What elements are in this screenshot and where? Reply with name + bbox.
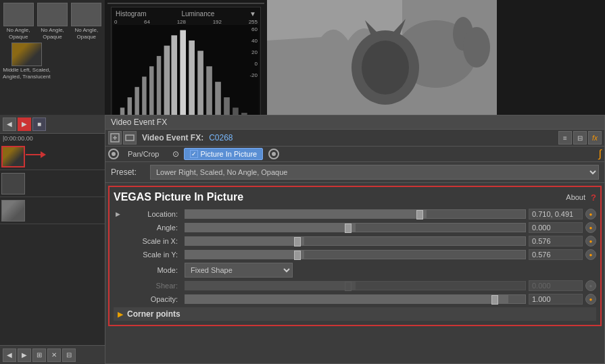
histogram-graph: 60 40 20 0 -20 <box>113 25 259 128</box>
mode-select[interactable]: Fixed Shape Free Shape Square <box>185 263 293 278</box>
radar-display <box>107 3 264 4</box>
bottom-btn-3[interactable]: ⊞ <box>32 348 46 362</box>
scaley-label: Scale in Y: <box>124 251 182 259</box>
top-thumb-row: No Angle, Opaque No Angle, Opaque No Ang… <box>3 3 102 40</box>
track-thumb-2 <box>1 173 25 194</box>
track-item-2[interactable] <box>0 170 105 197</box>
opacity-reset[interactable]: ● <box>585 294 596 305</box>
thumb-label-2: No Angle, Opaque <box>37 27 68 40</box>
histogram-header: Histogram Luminance ▼ <box>113 9 259 19</box>
tab-separator: ⊙ <box>170 149 181 159</box>
vefx-code: C0268 <box>209 133 233 142</box>
bottom-btn-2[interactable]: ▶ <box>18 348 31 362</box>
timeline-btn-active[interactable]: ▶ <box>18 118 31 131</box>
track-thumb-1 <box>1 146 25 167</box>
help-button[interactable]: ? <box>591 192 596 203</box>
scaley-slider[interactable] <box>185 250 526 259</box>
histogram-area: Histogram Luminance ▼ 0 64 128 192 255 6… <box>111 7 261 130</box>
shear-value <box>529 280 583 291</box>
preset-row: Preset: Lower Right, Scaled, No Angle, O… <box>105 162 604 183</box>
param-row-shear: ▶ Shear: ● <box>114 280 596 291</box>
param-row-scaley: ▶ Scale in Y: ● <box>114 249 596 260</box>
param-row-location: ▶ Location: ● <box>114 209 596 219</box>
opacity-label: Opacity: <box>124 295 182 303</box>
center-panel: Histogram Luminance ▼ 0 64 128 192 255 6… <box>105 0 267 115</box>
tab-curve-icon[interactable]: ∫ <box>599 148 602 159</box>
bottom-toolbar: ◀ ▶ ⊞ ✕ ⊟ <box>0 345 105 364</box>
vefx-titlebar-text: Video Event FX <box>111 118 167 127</box>
tab-pip-check: ✓ <box>190 150 198 158</box>
svg-marker-32 <box>41 151 46 158</box>
tab-bar: Pan/Crop ⊙ ✓ Picture In Picture ∫ <box>105 147 604 162</box>
expand-location[interactable]: ▶ <box>114 210 122 218</box>
param-row-opacity: ▶ Opacity: ● <box>114 294 596 305</box>
opacity-slider[interactable] <box>185 294 526 304</box>
vefx-toolbar: Video Event FX: C0268 ≡ ⊟ fx <box>105 130 604 147</box>
svg-point-26 <box>463 27 490 68</box>
vefx-toolbar-title: Video Event FX: <box>142 133 203 142</box>
corner-arrow-icon: ▶ <box>118 310 123 319</box>
arrow-indicator <box>26 147 46 163</box>
histogram-title: Histogram <box>116 10 147 18</box>
histogram-dropdown-icon[interactable]: ▼ <box>249 10 256 18</box>
toolbar-right-icon-2[interactable]: ⊟ <box>573 131 587 145</box>
plugin-panel: VEGAS Picture In Picture About ? ▶ Locat… <box>108 186 602 326</box>
tab-right-space: ∫ <box>599 148 602 160</box>
cat-preview-image <box>267 0 497 115</box>
bottom-btn-1[interactable]: ◀ <box>3 348 16 362</box>
bottom-btn-5[interactable]: ⊟ <box>62 348 76 362</box>
toolbar-icon-1[interactable] <box>108 131 122 145</box>
scalex-slider[interactable] <box>185 236 526 246</box>
param-row-angle: ▶ Angle: ● <box>114 222 596 233</box>
tab-dot-left <box>108 149 119 159</box>
scalex-value[interactable] <box>529 236 583 246</box>
tab-dot-right <box>268 149 279 159</box>
toolbar-right-icons: ≡ ⊟ fx <box>558 131 602 145</box>
scalex-reset[interactable]: ● <box>585 236 596 246</box>
tab-pan-crop[interactable]: Pan/Crop <box>122 148 165 160</box>
angle-reset[interactable]: ● <box>585 222 596 233</box>
thumb-box-2 <box>37 3 68 26</box>
vefx-titlebar: Video Event FX <box>105 115 604 130</box>
location-reset[interactable]: ● <box>585 209 596 219</box>
corner-points-section[interactable]: ▶ Corner points <box>114 307 596 321</box>
plugin-header: VEGAS Picture In Picture About ? <box>114 191 596 203</box>
track-item-1[interactable] <box>0 143 105 170</box>
timeline-btn-3[interactable]: ■ <box>32 118 46 131</box>
preset-label: Preset: <box>111 167 145 177</box>
timeline-btn-1[interactable]: ◀ <box>3 118 16 131</box>
location-value[interactable] <box>529 209 583 219</box>
location-label: Location: <box>124 210 182 218</box>
opacity-value[interactable] <box>529 294 583 305</box>
toolbar-fx-icon[interactable]: fx <box>588 131 602 145</box>
left-thumbnail-panel: No Angle, Opaque No Angle, Opaque No Ang… <box>0 0 105 115</box>
toolbar-right-icon-1[interactable]: ≡ <box>558 131 572 145</box>
svg-rect-15 <box>180 30 186 128</box>
eye-thumb-box <box>11 43 42 66</box>
bottom-btn-4[interactable]: ✕ <box>47 348 61 362</box>
histogram-scale: 60 40 20 0 -20 <box>249 26 258 78</box>
right-preview <box>267 0 497 115</box>
left-timeline: ◀ ▶ ■ |0:00:00.00 ◀ ▶ ⊞ ✕ ⊟ <box>0 115 105 364</box>
track-item-3[interactable] <box>0 197 105 224</box>
tab-picture-in-picture[interactable]: ✓ Picture In Picture <box>184 148 263 160</box>
toolbar-icons <box>108 131 137 145</box>
tab-dot-inner <box>112 152 116 156</box>
about-button[interactable]: About <box>566 193 585 201</box>
location-slider[interactable] <box>185 209 526 219</box>
bottom-thumb-row: Middle Left, Scaled,Angled, Translucent <box>3 43 102 80</box>
vefx-window: Video Event FX Video Event FX: C0268 ≡ ⊟… <box>105 115 605 364</box>
scaley-value[interactable] <box>529 249 583 260</box>
param-row-scalex: ▶ Scale in X: ● <box>114 236 596 246</box>
scaley-reset[interactable]: ● <box>585 249 596 260</box>
thumb-item-2: No Angle, Opaque <box>37 3 68 40</box>
top-preview-area: No Angle, Opaque No Angle, Opaque No Ang… <box>0 0 605 115</box>
toolbar-icon-2[interactable] <box>123 131 137 145</box>
plugin-title: VEGAS Picture In Picture <box>114 191 243 203</box>
track-thumb-3 <box>1 200 25 222</box>
histogram-mode: Luminance <box>181 10 214 18</box>
angle-slider[interactable] <box>185 223 526 232</box>
preset-select[interactable]: Lower Right, Scaled, No Angle, Opaque <box>150 165 599 180</box>
radar-svg <box>108 3 264 4</box>
angle-value[interactable] <box>529 222 583 233</box>
